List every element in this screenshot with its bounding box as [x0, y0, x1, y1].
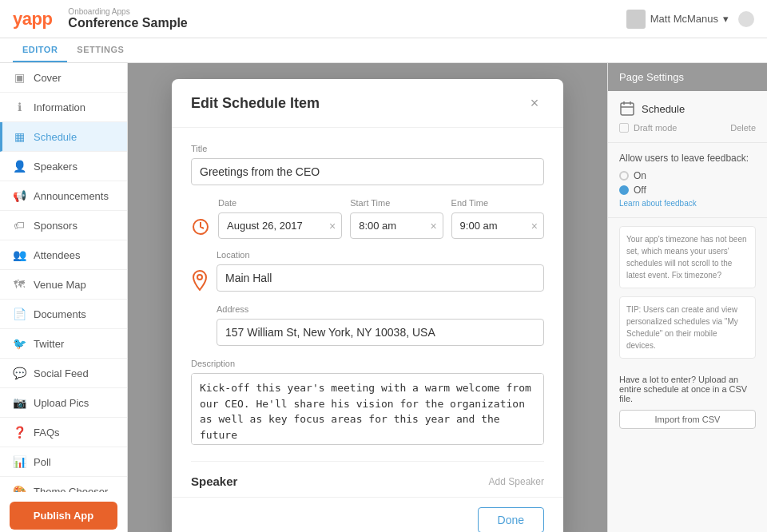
sidebar-item-attendees[interactable]: 👥 Attendees [0, 240, 127, 270]
sponsors-icon: 🏷 [13, 219, 26, 232]
calendar-icon [619, 101, 635, 117]
sidebar-item-label: Sponsors [34, 220, 77, 232]
attendees-icon: 👥 [13, 248, 26, 261]
app-title: Conference Sample [68, 16, 187, 30]
feedback-label: Allow users to leave feedback: [619, 153, 756, 164]
add-speaker-button[interactable]: Add Speaker [489, 476, 544, 487]
sidebar-item-documents[interactable]: 📄 Documents [0, 300, 127, 329]
sidebar-item-upload-pics[interactable]: 📷 Upload Pics [0, 388, 127, 418]
publish-app-button[interactable]: Publish App [10, 502, 117, 530]
end-time-input[interactable] [451, 212, 544, 239]
sidebar-item-label: Venue Map [34, 279, 86, 291]
speaker-label: Speaker [191, 474, 237, 488]
close-icon[interactable]: × [525, 93, 544, 113]
location-input[interactable] [217, 264, 544, 292]
radio-off[interactable] [619, 185, 629, 195]
sidebar-item-label: Attendees [34, 249, 81, 261]
start-time-input-wrap: × [350, 212, 443, 239]
social-feed-icon: 💬 [13, 367, 26, 379]
csv-section: Have a lot to enter? Upload an entire sc… [608, 367, 767, 437]
date-input-wrap: × [218, 212, 342, 239]
upload-pics-icon: 📷 [13, 396, 26, 409]
date-field: Date × [218, 198, 342, 239]
user-avatar [626, 10, 646, 29]
sidebar-item-label: Announcements [34, 190, 109, 202]
start-time-input[interactable] [350, 212, 443, 239]
csv-label: Have a lot to enter? Upload an entire sc… [619, 375, 756, 403]
draft-label: Draft mode [634, 123, 677, 133]
sidebar-item-label: Upload Pics [34, 397, 89, 409]
modal-overlay: Edit Schedule Item × Title [128, 63, 607, 532]
end-time-label: End Time [451, 198, 544, 208]
breadcrumb: Onboarding Apps [68, 7, 187, 16]
end-time-input-wrap: × [451, 212, 544, 239]
on-label: On [634, 170, 646, 181]
title-form-group: Title [191, 144, 544, 185]
poll-icon: 📊 [13, 455, 26, 468]
sidebar-items: ▣ Cover ℹ Information ▦ Schedule 👤 Speak… [0, 63, 127, 492]
sidebar-item-sponsors[interactable]: 🏷 Sponsors [0, 211, 127, 240]
done-button[interactable]: Done [478, 507, 544, 532]
cover-icon: ▣ [13, 71, 26, 84]
tip1-text: Your app's timezone has not been set, wh… [626, 235, 747, 280]
app-header: yapp Onboarding Apps Conference Sample M… [0, 0, 767, 38]
tab-settings[interactable]: SETTINGS [67, 38, 133, 62]
modal-header: Edit Schedule Item × [172, 79, 563, 128]
theme-chooser-icon: 🎨 [13, 485, 26, 492]
modal-body: Title Date [172, 128, 563, 497]
sidebar-item-twitter[interactable]: 🐦 Twitter [0, 329, 127, 359]
location-row: Location Address [191, 250, 544, 359]
start-time-label: Start Time [350, 198, 443, 208]
date-input[interactable] [218, 212, 342, 239]
speakers-icon: 👤 [13, 160, 26, 173]
address-label: Address [217, 304, 544, 314]
title-input[interactable] [191, 158, 544, 185]
sidebar-item-label: Social Feed [34, 367, 89, 379]
header-right: Matt McManus ▾ [626, 10, 754, 29]
sidebar-item-theme-chooser[interactable]: 🎨 Theme Chooser [0, 477, 127, 492]
draft-row: Draft mode Delete [619, 123, 756, 133]
sidebar-item-label: Poll [34, 456, 51, 468]
user-name: Matt McManus [650, 13, 718, 25]
tip2-text: TIP: Users can create and view personali… [626, 305, 738, 350]
sidebar-item-venue-map[interactable]: 🗺 Venue Map [0, 270, 127, 300]
start-time-clear-icon[interactable]: × [430, 220, 436, 232]
sidebar-item-schedule[interactable]: ▦ Schedule [0, 122, 127, 152]
svg-rect-2 [621, 103, 634, 115]
svg-point-1 [197, 275, 202, 280]
draft-checkbox[interactable] [619, 123, 629, 133]
sidebar: ▣ Cover ℹ Information ▦ Schedule 👤 Speak… [0, 63, 128, 532]
user-info[interactable]: Matt McManus ▾ [626, 10, 729, 29]
sidebar-item-label: Schedule [34, 131, 77, 143]
schedule-icon-row: Schedule [619, 101, 756, 117]
sidebar-item-faqs[interactable]: ❓ FAQs [0, 418, 127, 447]
import-csv-button[interactable]: Import from CSV [619, 410, 756, 429]
feedback-section: Allow users to leave feedback: On Off Le… [608, 143, 767, 218]
edit-schedule-modal: Edit Schedule Item × Title [172, 79, 563, 532]
address-input[interactable] [217, 319, 544, 346]
documents-icon: 📄 [13, 308, 26, 320]
location-icon [191, 269, 209, 296]
learn-feedback-link[interactable]: Learn about feedback [619, 199, 756, 208]
sidebar-item-cover[interactable]: ▣ Cover [0, 63, 127, 93]
sidebar-item-social-feed[interactable]: 💬 Social Feed [0, 359, 127, 388]
sidebar-item-label: FAQs [34, 427, 60, 439]
sidebar-item-label: Twitter [34, 338, 64, 350]
sidebar-item-label: Speakers [34, 161, 77, 173]
title-label: Title [191, 144, 544, 153]
faqs-icon: ❓ [13, 426, 26, 439]
info-icon: ℹ [13, 101, 26, 113]
sidebar-item-announcements[interactable]: 📢 Announcements [0, 181, 127, 211]
radio-on[interactable] [619, 171, 629, 181]
sidebar-item-information[interactable]: ℹ Information [0, 93, 127, 122]
date-clear-icon[interactable]: × [329, 220, 336, 232]
notification-icon[interactable] [738, 11, 754, 27]
delete-link[interactable]: Delete [730, 123, 756, 133]
sidebar-item-poll[interactable]: 📊 Poll [0, 447, 127, 477]
end-time-clear-icon[interactable]: × [531, 220, 538, 232]
description-form-group: Description Kick-off this year's meeting… [191, 359, 544, 448]
right-panel-header: Page Settings [608, 63, 767, 91]
sidebar-item-speakers[interactable]: 👤 Speakers [0, 152, 127, 181]
tab-editor[interactable]: EDITOR [13, 38, 67, 62]
description-textarea[interactable]: Kick-off this year's meeting with a warm… [191, 373, 544, 445]
